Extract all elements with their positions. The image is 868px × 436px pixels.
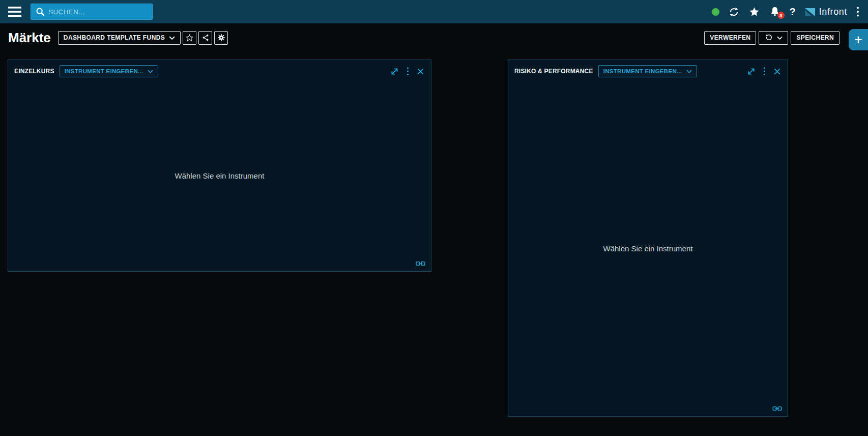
connection-status-icon: [712, 8, 719, 16]
topbar: 3 ? Infront: [0, 0, 868, 23]
link-instrument-icon[interactable]: [772, 405, 782, 412]
dashboard-settings-button[interactable]: [214, 31, 228, 45]
favorites-star-icon[interactable]: [748, 6, 760, 18]
menu-icon[interactable]: [8, 6, 21, 17]
chevron-down-icon: [169, 36, 175, 40]
dashboard-toolbar: Märkte DASHBOARD TEMPLATE FUNDS: [0, 23, 868, 52]
close-icon[interactable]: [416, 67, 425, 76]
search-icon: [35, 6, 46, 17]
panel-header: EINZELKURS INSTRUMENT EINGEBEN...: [8, 60, 431, 77]
dashboard-controls: DASHBOARD TEMPLATE FUNDS: [58, 31, 228, 45]
save-button[interactable]: SPEICHERN: [791, 31, 840, 45]
panel-menu-kebab-icon[interactable]: [763, 66, 766, 76]
instrument-selector-label: INSTRUMENT EINGEBEN...: [65, 68, 143, 74]
empty-state-message: Wählen Sie ein Instrument: [603, 244, 693, 253]
instrument-selector[interactable]: INSTRUMENT EINGEBEN...: [60, 65, 158, 77]
search-box: [31, 4, 153, 20]
chevron-down-icon: [686, 70, 692, 73]
panel-risiko-performance: RISIKO & PERFORMANCE INSTRUMENT EINGEBEN…: [508, 60, 788, 417]
undo-dropdown-button[interactable]: [759, 31, 788, 45]
notifications-bell-icon[interactable]: 3: [769, 6, 781, 18]
panel-title: EINZELKURS: [14, 68, 54, 75]
discard-label: VERWERFEN: [710, 34, 750, 41]
expand-icon[interactable]: [390, 67, 399, 76]
instrument-selector-label: INSTRUMENT EINGEBEN...: [603, 68, 682, 74]
sync-icon[interactable]: [728, 6, 740, 18]
dashboard-selector-label: DASHBOARD TEMPLATE FUNDS: [64, 34, 165, 41]
panel-menu-kebab-icon[interactable]: [406, 66, 410, 76]
chevron-down-icon: [777, 36, 783, 40]
expand-icon[interactable]: [746, 67, 756, 76]
add-widget-button[interactable]: +: [849, 29, 868, 50]
link-instrument-icon[interactable]: [416, 260, 425, 267]
gear-icon: [217, 34, 225, 42]
share-dashboard-button[interactable]: [198, 31, 212, 45]
panel-einzelkurs: EINZELKURS INSTRUMENT EINGEBEN...: [8, 60, 431, 272]
search-input[interactable]: [31, 4, 153, 20]
overflow-kebab-icon[interactable]: [856, 6, 860, 18]
save-controls: VERWERFEN SPEICHERN: [704, 31, 840, 45]
panel-title: RISIKO & PERFORMANCE: [514, 68, 593, 75]
dashboard-selector-dropdown[interactable]: DASHBOARD TEMPLATE FUNDS: [58, 31, 181, 45]
panel-body: Wählen Sie ein Instrument: [508, 80, 788, 416]
undo-icon: [764, 34, 773, 42]
brand-name: Infront: [819, 7, 847, 17]
topbar-actions: 3 ? Infront: [712, 6, 868, 18]
empty-state-message: Wählen Sie ein Instrument: [175, 171, 265, 180]
panel-actions: [390, 66, 425, 76]
notification-count-badge: 3: [777, 12, 785, 19]
panel-body: Wählen Sie ein Instrument: [8, 80, 431, 271]
panel-header: RISIKO & PERFORMANCE INSTRUMENT EINGEBEN…: [508, 60, 788, 77]
page-title: Märkte: [8, 30, 51, 46]
chevron-down-icon: [148, 70, 153, 73]
favorite-dashboard-button[interactable]: [183, 31, 196, 45]
close-icon[interactable]: [773, 67, 782, 76]
discard-button[interactable]: VERWERFEN: [704, 31, 756, 45]
infront-logo-icon: [804, 6, 816, 17]
save-label: SPEICHERN: [796, 34, 834, 41]
share-icon: [201, 34, 210, 42]
help-icon[interactable]: ?: [790, 7, 796, 17]
star-outline-icon: [185, 34, 194, 42]
panel-actions: [746, 66, 782, 76]
infront-logo: Infront: [804, 6, 847, 17]
instrument-selector[interactable]: INSTRUMENT EINGEBEN...: [598, 65, 697, 77]
